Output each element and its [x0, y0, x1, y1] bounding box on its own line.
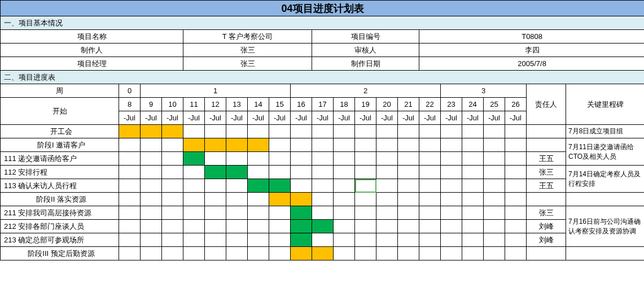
gantt-cell[interactable] [205, 125, 226, 138]
gantt-cell[interactable] [419, 193, 441, 206]
info-value[interactable]: 李四 [419, 44, 645, 57]
gantt-cell[interactable] [419, 247, 441, 260]
gantt-cell[interactable] [141, 233, 162, 247]
gantt-cell[interactable] [505, 247, 527, 260]
gantt-cell[interactable] [183, 138, 205, 152]
owner-cell[interactable] [527, 193, 566, 206]
gantt-cell[interactable] [441, 233, 462, 247]
task-label[interactable]: 111 递交邀请函给客户 [1, 152, 119, 166]
gantt-cell[interactable] [248, 166, 269, 179]
task-label[interactable]: 213 确定总部可参观场所 [1, 233, 119, 247]
task-label[interactable]: 113 确认来访人员行程 [1, 179, 119, 193]
gantt-cell[interactable] [141, 206, 162, 220]
gantt-cell[interactable] [312, 193, 334, 206]
gantt-cell[interactable] [312, 206, 334, 220]
gantt-cell[interactable] [226, 152, 248, 166]
gantt-cell[interactable] [462, 206, 484, 220]
gantt-cell[interactable] [441, 220, 462, 233]
gantt-cell[interactable] [505, 193, 527, 206]
gantt-cell[interactable] [355, 193, 376, 206]
gantt-cell[interactable] [398, 220, 419, 233]
task-label[interactable]: 阶段III 预定后勤资源 [1, 247, 119, 260]
milestone-cell[interactable] [566, 247, 645, 260]
info-value[interactable]: 2005/7/8 [419, 57, 645, 71]
gantt-cell[interactable] [312, 166, 334, 179]
gantt-cell[interactable] [441, 179, 462, 193]
gantt-cell[interactable] [162, 179, 183, 193]
gantt-cell[interactable] [505, 220, 527, 233]
gantt-cell[interactable] [141, 179, 162, 193]
gantt-cell[interactable] [162, 247, 183, 260]
owner-cell[interactable]: 王五 [527, 179, 566, 193]
gantt-cell[interactable] [205, 220, 226, 233]
gantt-cell[interactable] [419, 206, 441, 220]
gantt-cell[interactable] [205, 233, 226, 247]
gantt-cell[interactable] [205, 247, 226, 260]
owner-cell[interactable] [527, 125, 566, 138]
task-label[interactable]: 阶段II 落实资源 [1, 193, 119, 206]
gantt-cell[interactable] [355, 233, 376, 247]
gantt-cell[interactable] [334, 206, 355, 220]
gantt-cell[interactable] [312, 220, 334, 233]
owner-cell[interactable]: 张三 [527, 206, 566, 220]
task-label[interactable]: 阶段I 邀请客户 [1, 138, 119, 152]
gantt-cell[interactable] [462, 138, 484, 152]
gantt-cell[interactable] [248, 233, 269, 247]
gantt-cell[interactable] [441, 125, 462, 138]
gantt-cell[interactable] [376, 152, 398, 166]
gantt-cell[interactable] [226, 233, 248, 247]
gantt-cell[interactable] [205, 166, 226, 179]
gantt-cell[interactable] [141, 247, 162, 260]
gantt-cell[interactable] [419, 125, 441, 138]
gantt-cell[interactable] [226, 193, 248, 206]
gantt-cell[interactable] [119, 206, 141, 220]
gantt-cell[interactable] [183, 125, 205, 138]
gantt-cell[interactable] [119, 152, 141, 166]
gantt-cell[interactable] [334, 247, 355, 260]
gantt-cell[interactable] [398, 152, 419, 166]
gantt-cell[interactable] [141, 138, 162, 152]
owner-cell[interactable]: 刘峰 [527, 220, 566, 233]
gantt-cell[interactable] [226, 247, 248, 260]
gantt-cell[interactable] [484, 247, 505, 260]
gantt-cell[interactable] [141, 166, 162, 179]
gantt-cell[interactable] [398, 233, 419, 247]
gantt-cell[interactable] [312, 233, 334, 247]
gantt-cell[interactable] [291, 220, 312, 233]
gantt-cell[interactable] [248, 220, 269, 233]
info-value[interactable]: T 客户考察公司 [183, 30, 312, 44]
gantt-cell[interactable] [398, 206, 419, 220]
gantt-cell[interactable] [462, 166, 484, 179]
gantt-cell[interactable] [505, 166, 527, 179]
gantt-cell[interactable] [376, 138, 398, 152]
gantt-cell[interactable] [355, 166, 376, 179]
gantt-cell[interactable] [419, 220, 441, 233]
gantt-cell[interactable] [462, 193, 484, 206]
gantt-cell[interactable] [205, 193, 226, 206]
gantt-cell[interactable] [119, 166, 141, 179]
gantt-cell[interactable] [462, 220, 484, 233]
gantt-cell[interactable] [248, 247, 269, 260]
info-value[interactable]: 张三 [183, 44, 312, 57]
gantt-cell[interactable] [441, 206, 462, 220]
gantt-cell[interactable] [484, 179, 505, 193]
gantt-cell[interactable] [291, 193, 312, 206]
gantt-cell[interactable] [269, 125, 291, 138]
gantt-cell[interactable] [376, 220, 398, 233]
gantt-cell[interactable] [291, 125, 312, 138]
gantt-cell[interactable] [419, 233, 441, 247]
gantt-cell[interactable] [419, 166, 441, 179]
gantt-cell[interactable] [355, 125, 376, 138]
gantt-cell[interactable] [248, 179, 269, 193]
gantt-cell[interactable] [291, 206, 312, 220]
gantt-cell[interactable] [291, 138, 312, 152]
gantt-cell[interactable] [269, 206, 291, 220]
gantt-cell[interactable] [269, 193, 291, 206]
gantt-cell[interactable] [162, 166, 183, 179]
gantt-cell[interactable] [269, 247, 291, 260]
gantt-cell[interactable] [419, 138, 441, 152]
gantt-cell[interactable] [119, 193, 141, 206]
gantt-cell[interactable] [183, 247, 205, 260]
gantt-cell[interactable] [312, 152, 334, 166]
gantt-cell[interactable] [334, 220, 355, 233]
